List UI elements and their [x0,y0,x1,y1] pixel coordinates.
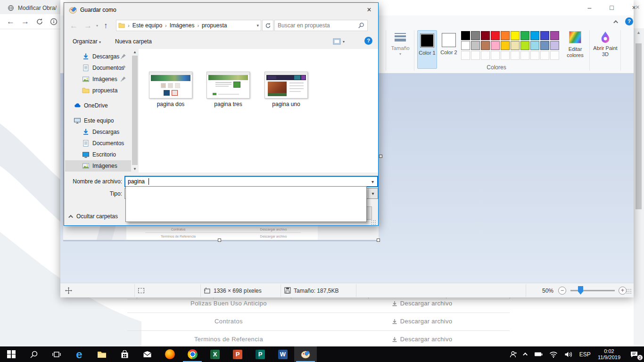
breadcrumb-this-pc[interactable]: Este equipo [132,22,162,29]
palette-swatch[interactable] [530,41,539,50]
hidden-icons-chevron[interactable] [521,346,531,362]
browser-scrollbar-thumb[interactable] [636,43,642,209]
palette-swatch[interactable] [471,31,480,40]
scrollbar-up-arrow[interactable]: ▲ [636,30,641,35]
hide-folders-button[interactable]: Ocultar carpetas [70,213,118,220]
taskbar-search-button[interactable] [23,346,45,362]
color1-button[interactable]: Color 1 [417,30,437,69]
taskbar-word-button[interactable]: W [272,346,294,362]
taskbar-firefox-button[interactable] [158,346,181,362]
browser-refresh-button[interactable] [36,18,43,25]
nav-scrollbar[interactable]: ▲ ▼ [132,49,138,173]
taskbar-clock[interactable]: 0:02 11/9/2019 [594,346,624,362]
nav-item-imagenes-selected[interactable]: Imágenes [65,160,131,172]
download-link[interactable]: Descargar archivo [368,330,476,348]
scroll-up-icon[interactable]: ▲ [133,50,137,54]
browser-tab[interactable]: Modificar Obra/ [3,2,60,14]
taskbar-chrome-button[interactable] [181,346,204,362]
palette-swatch[interactable] [550,31,559,40]
palette-swatch[interactable] [540,31,549,40]
taskbar-edge-button[interactable]: e [68,346,91,362]
paint-help-icon[interactable]: ? [625,17,633,25]
nav-item-documentos-quick[interactable]: Documentos [65,62,131,74]
file-item-pagina-dos[interactable]: pagina dos [140,72,201,107]
minimize-button[interactable]: – [579,0,600,16]
size-button[interactable]: Tamaño ▾ [388,31,413,56]
palette-swatch[interactable] [481,31,490,40]
dialog-help-icon[interactable]: ? [364,37,372,45]
taskbar-explorer-button[interactable] [91,346,113,362]
zoom-out-button[interactable]: − [558,287,566,295]
page-info-icon[interactable] [50,18,58,25]
notification-center-button[interactable]: 2 [624,346,644,362]
canvas-resize-handle-bottom[interactable] [218,239,221,242]
nav-scrollbar-thumb[interactable] [132,56,138,165]
nav-item-descargas-quick[interactable]: Descargas [65,51,131,62]
new-folder-button[interactable]: Nueva carpeta [115,38,152,45]
task-view-button[interactable] [45,346,68,362]
taskbar-excel-button[interactable]: X [204,346,226,362]
palette-swatch[interactable] [471,41,480,50]
file-item-pagina-tres[interactable]: pagina tres [198,72,259,107]
address-dropdown-icon[interactable]: ▾ [256,23,259,28]
dialog-forward-button[interactable]: → [84,22,92,30]
palette-swatch-empty[interactable] [471,51,480,60]
change-view-button[interactable]: ▾ [333,37,353,46]
palette-swatch[interactable] [481,41,490,50]
up-one-level-button[interactable]: ↑ [104,22,108,30]
wifi-icon[interactable] [546,346,561,362]
zoom-slider-thumb[interactable] [578,286,583,295]
collapse-ribbon-icon[interactable] [615,20,618,24]
palette-swatch-empty[interactable] [520,51,529,60]
taskbar-publisher-button[interactable]: P [249,346,272,362]
palette-swatch[interactable] [530,31,539,40]
search-box[interactable] [274,20,368,31]
edit-colors-button[interactable]: Editar colores [563,31,587,58]
scroll-down-icon[interactable]: ▼ [133,167,137,171]
palette-swatch[interactable] [501,31,510,40]
nav-item-descargas[interactable]: Descargas [65,126,131,138]
nav-item-este-equipo[interactable]: Este equipo [65,115,131,126]
palette-swatch[interactable] [520,31,529,40]
filetype-dropdown-icon[interactable]: ▾ [368,189,378,198]
palette-swatch[interactable] [511,41,520,50]
download-link[interactable]: Descargar archivo [368,313,476,330]
palette-swatch-empty[interactable] [461,51,470,60]
palette-swatch[interactable] [461,31,470,40]
palette-swatch-empty[interactable] [491,51,500,60]
palette-swatch[interactable] [520,41,529,50]
browser-back-button[interactable]: ← [7,17,15,25]
start-button[interactable] [0,346,23,362]
color2-button[interactable]: Color 2 [439,30,459,69]
volume-icon[interactable] [561,346,576,362]
filename-dropdown-icon[interactable]: ▾ [368,179,377,184]
taskbar-paint-button[interactable] [294,346,317,362]
dialog-back-button[interactable]: ← [70,22,78,30]
nav-item-escritorio[interactable]: Escritorio [65,149,131,160]
dialog-resize-grip[interactable] [371,220,376,225]
taskbar-store-button[interactable] [113,346,136,362]
window-resize-grip[interactable] [626,288,632,294]
palette-swatch-empty[interactable] [530,51,539,60]
history-dropdown-icon[interactable]: ▾ [96,24,98,28]
breadcrumb-chevron[interactable]: › [196,23,200,28]
battery-icon[interactable] [531,346,546,362]
address-bar[interactable]: › Este equipo › Imágenes › propuesta ▾ [116,20,261,31]
refresh-button[interactable] [262,20,273,31]
breadcrumb-pictures[interactable]: Imágenes [170,22,195,29]
palette-swatch-empty[interactable] [550,51,559,60]
palette-swatch-empty[interactable] [511,51,520,60]
palette-swatch-empty[interactable] [501,51,510,60]
browser-forward-button[interactable]: → [21,17,29,25]
palette-swatch[interactable] [540,41,549,50]
taskbar-mail-button[interactable] [136,346,158,362]
file-item-pagina-uno[interactable]: pagina uno [256,72,317,107]
palette-swatch[interactable] [550,41,559,50]
nav-item-onedrive[interactable]: OneDrive [65,100,131,111]
nav-item-imagenes-quick[interactable]: Imágenes [65,74,131,85]
organize-menu[interactable]: Organizar ▾ [73,38,101,45]
palette-swatch-empty[interactable] [540,51,549,60]
people-icon[interactable] [506,346,521,362]
breadcrumb-propuesta[interactable]: propuesta [202,22,227,29]
open-paint3d-button[interactable]: Abrir Paint 3D [592,31,619,58]
